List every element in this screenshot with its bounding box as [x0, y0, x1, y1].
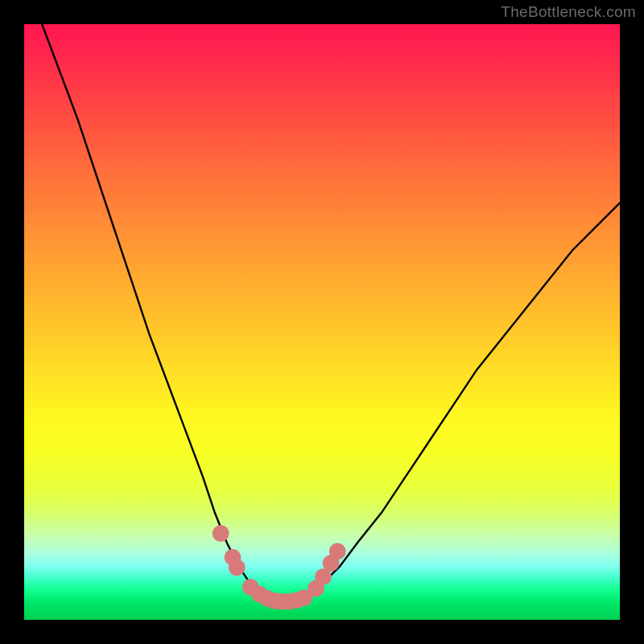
watermark-text: TheBottleneck.com: [501, 3, 636, 21]
data-marker: [229, 559, 246, 576]
data-marker: [213, 525, 229, 542]
chart-frame: TheBottleneck.com: [0, 0, 644, 644]
curve-svg: [24, 24, 620, 620]
curve-right-curve: [310, 203, 620, 596]
plot-area: [24, 24, 620, 620]
data-marker: [329, 543, 346, 560]
curve-left-curve: [42, 24, 262, 596]
